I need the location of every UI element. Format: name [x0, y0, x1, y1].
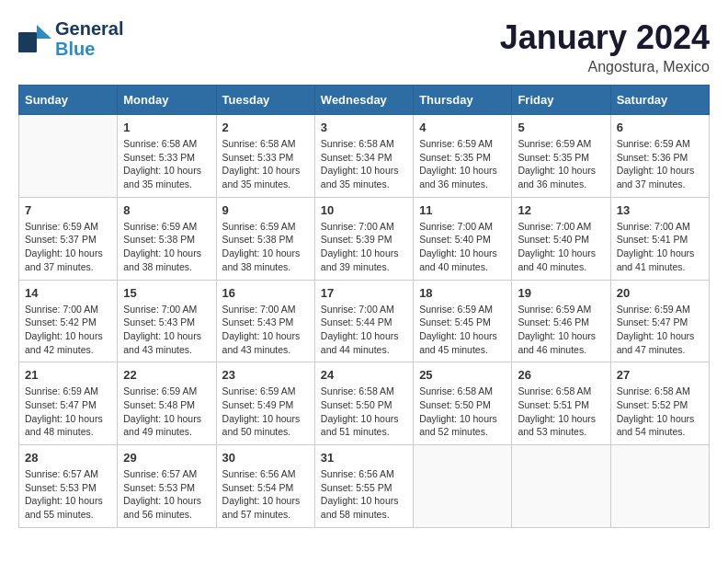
- day-content: Sunrise: 7:00 AM Sunset: 5:43 PM Dayligh…: [222, 303, 309, 357]
- title-section: January 2024 Angostura, Mexico: [500, 18, 710, 75]
- calendar-cell: 20Sunrise: 6:59 AM Sunset: 5:47 PM Dayli…: [610, 280, 709, 362]
- logo-icon: [18, 25, 51, 52]
- calendar-cell: [414, 445, 512, 528]
- day-number: 24: [321, 368, 407, 382]
- day-content: Sunrise: 6:59 AM Sunset: 5:36 PM Dayligh…: [617, 137, 703, 191]
- calendar-cell: 18Sunrise: 6:59 AM Sunset: 5:45 PM Dayli…: [414, 280, 512, 362]
- calendar-cell: 17Sunrise: 7:00 AM Sunset: 5:44 PM Dayli…: [314, 280, 413, 362]
- day-number: 1: [123, 121, 210, 134]
- day-content: Sunrise: 6:58 AM Sunset: 5:34 PM Dayligh…: [321, 137, 407, 191]
- calendar-cell: 31Sunrise: 6:56 AM Sunset: 5:55 PM Dayli…: [314, 445, 413, 528]
- svg-marker-1: [37, 25, 51, 39]
- day-number: 12: [518, 203, 604, 217]
- calendar-cell: 9Sunrise: 6:59 AM Sunset: 5:38 PM Daylig…: [216, 197, 314, 280]
- calendar-cell: 30Sunrise: 6:56 AM Sunset: 5:54 PM Dayli…: [216, 445, 314, 528]
- calendar-cell: 1Sunrise: 6:58 AM Sunset: 5:33 PM Daylig…: [118, 115, 216, 198]
- logo-blue: Blue: [55, 39, 123, 59]
- calendar-cell: 24Sunrise: 6:58 AM Sunset: 5:50 PM Dayli…: [314, 362, 413, 445]
- day-content: Sunrise: 6:59 AM Sunset: 5:46 PM Dayligh…: [518, 303, 604, 357]
- day-content: Sunrise: 7:00 AM Sunset: 5:41 PM Dayligh…: [617, 220, 703, 274]
- day-content: Sunrise: 6:58 AM Sunset: 5:51 PM Dayligh…: [518, 385, 604, 439]
- calendar-cell: 21Sunrise: 6:59 AM Sunset: 5:47 PM Dayli…: [19, 362, 118, 445]
- logo: General Blue: [18, 18, 123, 59]
- month-title: January 2024: [500, 18, 710, 57]
- day-content: Sunrise: 6:58 AM Sunset: 5:50 PM Dayligh…: [321, 385, 407, 439]
- day-number: 19: [518, 286, 604, 300]
- day-number: 23: [222, 368, 309, 382]
- calendar-cell: 11Sunrise: 7:00 AM Sunset: 5:40 PM Dayli…: [414, 197, 512, 280]
- day-content: Sunrise: 6:59 AM Sunset: 5:38 PM Dayligh…: [222, 220, 309, 274]
- calendar-cell: 28Sunrise: 6:57 AM Sunset: 5:53 PM Dayli…: [19, 445, 118, 528]
- calendar-week-row: 1Sunrise: 6:58 AM Sunset: 5:33 PM Daylig…: [19, 115, 710, 198]
- day-number: 13: [617, 203, 703, 217]
- day-number: 18: [419, 286, 506, 300]
- day-content: Sunrise: 6:59 AM Sunset: 5:48 PM Dayligh…: [123, 385, 210, 439]
- calendar-cell: 5Sunrise: 6:59 AM Sunset: 5:35 PM Daylig…: [512, 115, 610, 198]
- calendar-week-row: 14Sunrise: 7:00 AM Sunset: 5:42 PM Dayli…: [19, 280, 710, 362]
- calendar-cell: [512, 445, 610, 528]
- calendar-cell: [610, 445, 709, 528]
- calendar-week-row: 7Sunrise: 6:59 AM Sunset: 5:37 PM Daylig…: [19, 197, 710, 280]
- location: Angostura, Mexico: [500, 59, 710, 75]
- day-header-monday: Monday: [118, 86, 216, 115]
- day-number: 2: [222, 121, 309, 134]
- day-number: 31: [321, 451, 407, 465]
- page-header: General Blue January 2024 Angostura, Mex…: [18, 18, 710, 75]
- calendar-cell: 6Sunrise: 6:59 AM Sunset: 5:36 PM Daylig…: [610, 115, 709, 198]
- calendar-cell: 29Sunrise: 6:57 AM Sunset: 5:53 PM Dayli…: [118, 445, 216, 528]
- day-content: Sunrise: 6:59 AM Sunset: 5:35 PM Dayligh…: [518, 137, 604, 191]
- day-number: 22: [123, 368, 210, 382]
- calendar-cell: 16Sunrise: 7:00 AM Sunset: 5:43 PM Dayli…: [216, 280, 314, 362]
- day-number: 7: [25, 203, 111, 217]
- day-number: 10: [321, 203, 407, 217]
- day-number: 6: [617, 121, 703, 134]
- day-header-thursday: Thursday: [414, 86, 512, 115]
- day-content: Sunrise: 6:59 AM Sunset: 5:37 PM Dayligh…: [25, 220, 111, 274]
- calendar-cell: [19, 115, 118, 198]
- calendar-cell: 4Sunrise: 6:59 AM Sunset: 5:35 PM Daylig…: [414, 115, 512, 198]
- calendar-cell: 7Sunrise: 6:59 AM Sunset: 5:37 PM Daylig…: [19, 197, 118, 280]
- day-number: 28: [25, 451, 111, 465]
- calendar-table: SundayMondayTuesdayWednesdayThursdayFrid…: [18, 85, 710, 528]
- day-content: Sunrise: 6:59 AM Sunset: 5:47 PM Dayligh…: [25, 385, 111, 439]
- day-content: Sunrise: 6:58 AM Sunset: 5:33 PM Dayligh…: [123, 137, 210, 191]
- day-content: Sunrise: 6:59 AM Sunset: 5:47 PM Dayligh…: [617, 303, 703, 357]
- day-content: Sunrise: 6:59 AM Sunset: 5:45 PM Dayligh…: [419, 303, 506, 357]
- calendar-cell: 19Sunrise: 6:59 AM Sunset: 5:46 PM Dayli…: [512, 280, 610, 362]
- day-content: Sunrise: 6:57 AM Sunset: 5:53 PM Dayligh…: [123, 467, 210, 522]
- day-content: Sunrise: 6:56 AM Sunset: 5:55 PM Dayligh…: [321, 467, 407, 522]
- day-number: 16: [222, 286, 309, 300]
- day-number: 15: [123, 286, 210, 300]
- logo-general: General: [55, 18, 123, 39]
- day-content: Sunrise: 6:58 AM Sunset: 5:52 PM Dayligh…: [617, 385, 703, 439]
- day-header-tuesday: Tuesday: [216, 86, 314, 115]
- day-content: Sunrise: 6:58 AM Sunset: 5:50 PM Dayligh…: [419, 385, 506, 439]
- day-content: Sunrise: 6:59 AM Sunset: 5:35 PM Dayligh…: [419, 137, 506, 191]
- day-header-wednesday: Wednesday: [314, 86, 413, 115]
- calendar-cell: 27Sunrise: 6:58 AM Sunset: 5:52 PM Dayli…: [610, 362, 709, 445]
- calendar-week-row: 21Sunrise: 6:59 AM Sunset: 5:47 PM Dayli…: [19, 362, 710, 445]
- day-number: 26: [518, 368, 604, 382]
- day-content: Sunrise: 7:00 AM Sunset: 5:39 PM Dayligh…: [321, 220, 407, 274]
- calendar-cell: 22Sunrise: 6:59 AM Sunset: 5:48 PM Dayli…: [118, 362, 216, 445]
- calendar-cell: 14Sunrise: 7:00 AM Sunset: 5:42 PM Dayli…: [19, 280, 118, 362]
- day-number: 3: [321, 121, 407, 134]
- day-content: Sunrise: 7:00 AM Sunset: 5:42 PM Dayligh…: [25, 303, 111, 357]
- day-number: 9: [222, 203, 309, 217]
- day-header-saturday: Saturday: [610, 86, 709, 115]
- day-number: 8: [123, 203, 210, 217]
- calendar-cell: 12Sunrise: 7:00 AM Sunset: 5:40 PM Dayli…: [512, 197, 610, 280]
- day-number: 5: [518, 121, 604, 134]
- calendar-cell: 25Sunrise: 6:58 AM Sunset: 5:50 PM Dayli…: [414, 362, 512, 445]
- day-number: 4: [419, 121, 506, 134]
- day-number: 14: [25, 286, 111, 300]
- day-content: Sunrise: 7:00 AM Sunset: 5:40 PM Dayligh…: [518, 220, 604, 274]
- calendar-cell: 8Sunrise: 6:59 AM Sunset: 5:38 PM Daylig…: [118, 197, 216, 280]
- day-content: Sunrise: 7:00 AM Sunset: 5:43 PM Dayligh…: [123, 303, 210, 357]
- day-content: Sunrise: 7:00 AM Sunset: 5:40 PM Dayligh…: [419, 220, 506, 274]
- day-number: 20: [617, 286, 703, 300]
- calendar-cell: 3Sunrise: 6:58 AM Sunset: 5:34 PM Daylig…: [314, 115, 413, 198]
- day-header-sunday: Sunday: [19, 86, 118, 115]
- day-header-friday: Friday: [512, 86, 610, 115]
- calendar-cell: 23Sunrise: 6:59 AM Sunset: 5:49 PM Dayli…: [216, 362, 314, 445]
